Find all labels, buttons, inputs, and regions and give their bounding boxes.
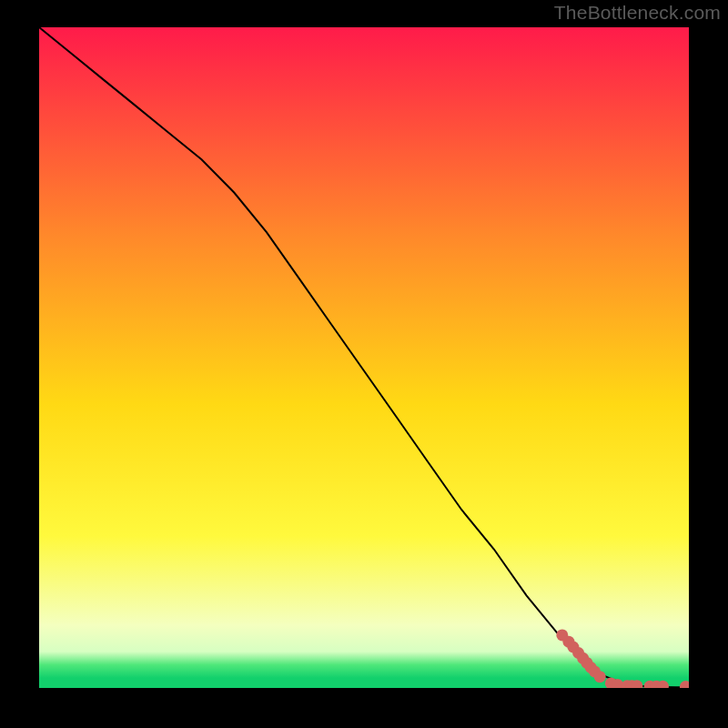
gradient-background [39, 27, 689, 688]
watermark-text: TheBottleneck.com [554, 2, 721, 24]
data-point [594, 671, 606, 682]
plot-area [39, 27, 689, 688]
chart-svg [39, 27, 689, 688]
chart-frame: TheBottleneck.com [0, 0, 728, 728]
